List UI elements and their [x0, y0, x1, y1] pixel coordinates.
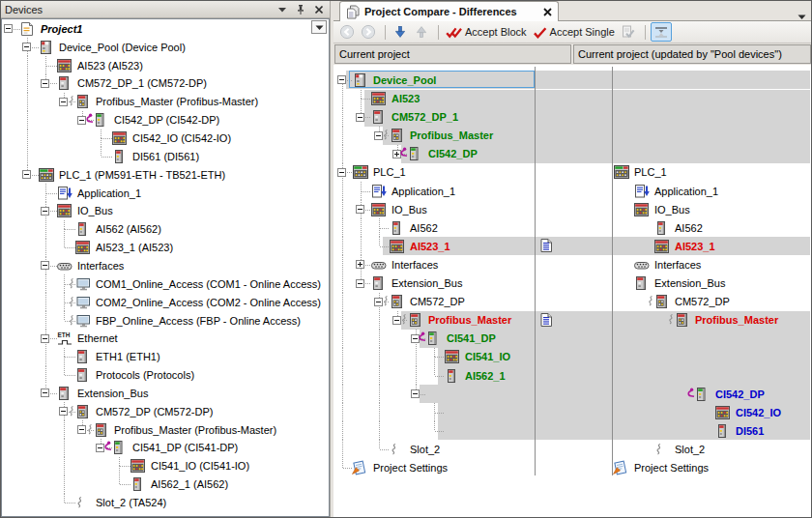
tree-item-com1-online-access-com1-online-access[interactable]: COM1_Online_Access (COM1 - Online Access… [76, 274, 321, 293]
module-icon [46, 386, 73, 401]
tree-item-plc-1-pm591-eth-tb521-eth[interactable]: PLC_1 (PM591-ETH - TB521-ETH) [40, 165, 225, 184]
tree-guide-line [416, 348, 417, 366]
tree-item-ai562-1[interactable]: AI562_1 [446, 366, 506, 385]
tree-item-label: AI562_1 (AI562) [151, 478, 228, 490]
tree-item-label: CM572_DP_1 [392, 111, 458, 123]
tree-item-extension-bus[interactable]: Extension_Bus [635, 274, 725, 293]
tree-item-cm572-dp-cm572-dp[interactable]: CM572_DP (CM572-DP) [76, 402, 213, 420]
slot-icon [379, 442, 406, 457]
tree-item-ci542-dp[interactable]: CI542_DP [409, 145, 478, 163]
next-difference-button[interactable] [391, 22, 410, 42]
tree-item-ai562[interactable]: AI562 [391, 218, 438, 237]
tree-item-label: Interfaces [654, 259, 701, 271]
tree-item-protocols-protocols[interactable]: Protocols (Protocols) [76, 366, 194, 385]
pin-icon[interactable] [294, 4, 307, 15]
devices-dropdown-button[interactable] [311, 20, 327, 34]
tree-item-io-bus[interactable]: IO_Bus [58, 202, 113, 220]
accept-single-button[interactable]: Accept Single [531, 22, 617, 42]
tree-item-application-1[interactable]: Application_1 [635, 182, 718, 200]
tree-item-di561[interactable]: DI561 [716, 421, 764, 440]
tree-item-profibus-master[interactable]: Profibus_Master [676, 311, 778, 330]
tree-item-cm572-dp[interactable]: CM572_DP [655, 293, 730, 311]
project-icon [10, 21, 37, 37]
tree-guide-line [379, 366, 380, 385]
previous-difference-button[interactable] [412, 22, 431, 42]
serial-port-icon [624, 257, 651, 273]
close-icon[interactable] [312, 4, 326, 15]
tab-close-icon[interactable] [543, 8, 552, 16]
tree-item-label: Profibus_Master (Profibus-Master) [114, 424, 276, 436]
tree-item-project-settings[interactable]: Project Settings [615, 459, 709, 477]
tree-item-ci542-io[interactable]: CI542_IO [716, 403, 781, 421]
tab-project-compare[interactable]: Project Compare - Differences [339, 1, 559, 21]
tab-bar: Project Compare - Differences [334, 0, 812, 21]
tree-item-io-bus[interactable]: IO_Bus [372, 200, 427, 218]
tree-item-ai523-ai523[interactable]: AI523 (AI523) [58, 56, 143, 74]
tree-guide-line [27, 74, 28, 93]
tree-item-device-pool[interactable]: Device_Pool [354, 71, 436, 89]
tree-item-application-1[interactable]: Application_1 [58, 184, 141, 202]
tree-item-extension-bus[interactable]: Extension_Bus [58, 385, 148, 403]
tree-item-cm572-dp-1[interactable]: CM572_DP_1 [372, 108, 458, 127]
tree-item-profibus-master-profibus-master[interactable]: Profibus_Master (Profibus-Master) [76, 93, 258, 111]
tree-item-label: CI541_IO [465, 351, 510, 362]
tree-guide-line [379, 385, 380, 403]
tree-expander[interactable] [411, 389, 420, 398]
tree-item-device-pool-device-pool[interactable]: Device_Pool (Device Pool) [40, 38, 186, 56]
tree-item-com2-online-access-com2-online-access[interactable]: COM2_Online_Access (COM2 - Online Access… [76, 293, 321, 311]
tree-item-fbp-online-access-fbp-online-access[interactable]: FBP_Online_Access (FBP - Online Access) [76, 311, 301, 330]
tree-item-ai523-1[interactable]: AI523_1 [655, 237, 715, 255]
tree-item-cm572-dp[interactable]: CM572_DP [391, 293, 465, 311]
tree-item-ci541-dp-ci541-dp[interactable]: CI541_DP (CI541-DP) [113, 439, 238, 457]
tree-item-plc-1[interactable]: PLC_1 [615, 163, 667, 182]
tree-item-label: Project Settings [373, 462, 448, 474]
tree-item-ci542-dp[interactable]: CI542_DP [696, 385, 765, 403]
forward-button[interactable] [359, 22, 378, 42]
io-grid-icon [361, 202, 388, 217]
monitor-serial-icon [65, 276, 92, 292]
accept-block-button[interactable]: Accept Block [444, 22, 529, 42]
tree-item-ai562[interactable]: AI562 [655, 218, 703, 237]
tree-item-slot-2-ta524[interactable]: Slot_2 (TA524) [76, 494, 166, 512]
tree-item-ai562-1-ai562[interactable]: AI562_1 (AI562) [131, 475, 228, 494]
tree-item-interfaces[interactable]: Interfaces [58, 257, 124, 275]
tree-item-interfaces[interactable]: Interfaces [635, 255, 701, 273]
tree-guide-line [342, 293, 343, 311]
tree-item-ai523[interactable]: AI523 [372, 90, 420, 108]
sync-scrolling-toggle[interactable] [651, 22, 672, 42]
tree-item-ai523-1[interactable]: AI523_1 [391, 237, 450, 255]
tree-item-ethernet[interactable]: ETHEthernet [58, 330, 118, 348]
tree-item-plc-1[interactable]: PLC_1 [354, 163, 406, 182]
tree-guide-line [27, 147, 28, 165]
tree-item-profibus-master-profibus-master[interactable]: Profibus_Master (Profibus-Master) [95, 420, 276, 439]
tree-item-project1[interactable]: Project1 [21, 20, 82, 39]
tree-item-io-bus[interactable]: IO_Bus [635, 200, 690, 218]
back-button[interactable] [337, 22, 357, 42]
tree-item-profibus-master[interactable]: Profibus_Master [391, 127, 493, 145]
dock-menu-chevron-down-icon[interactable] [276, 4, 289, 15]
tree-item-slot-2[interactable]: Slot_2 [655, 440, 705, 458]
tree-item-project-settings[interactable]: Project Settings [354, 459, 448, 477]
tree-item-ci541-dp[interactable]: CI541_DP [427, 330, 496, 348]
tree-item-ci541-io-ci541-io[interactable]: CI541_IO (CI541-IO) [131, 457, 249, 475]
tree-item-cm572-dp-1-cm572-dp[interactable]: CM572_DP_1 (CM572-DP) [58, 74, 207, 93]
io-grid-icon [120, 458, 147, 474]
accept-all-button[interactable] [619, 22, 638, 42]
tree-item-ci542-dp-ci542-dp[interactable]: CI542_DP (CI542-DP) [95, 111, 219, 130]
tree-item-ai523-1-ai523[interactable]: AI523_1 (AI523) [76, 239, 173, 257]
tree-item-label: Protocols (Protocols) [96, 369, 194, 381]
tree-item-eth1-eth1[interactable]: ETH1 (ETH1) [76, 348, 160, 366]
tree-item-slot-2[interactable]: Slot_2 [391, 440, 440, 458]
tree-item-ci541-io[interactable]: CI541_IO [446, 348, 510, 366]
tree-item-extension-bus[interactable]: Extension_Bus [372, 274, 462, 293]
profibus-module-icon [65, 94, 92, 109]
tree-item-di561-di561[interactable]: DI561 (DI561) [113, 147, 199, 165]
tree-item-profibus-master[interactable]: Profibus_Master [409, 311, 511, 330]
tree-item-application-1[interactable]: Application_1 [372, 182, 455, 200]
tree-guide-line [64, 439, 65, 457]
tree-item-ci542-io-ci542-io[interactable]: CI542_IO (CI542-IO) [113, 130, 231, 148]
tree-item-interfaces[interactable]: Interfaces [372, 255, 438, 273]
tree-guide-line [342, 255, 343, 273]
tree-item-ai562-ai562[interactable]: AI562 (AI562) [76, 220, 161, 239]
column-header-current-project: Current project [334, 44, 571, 64]
